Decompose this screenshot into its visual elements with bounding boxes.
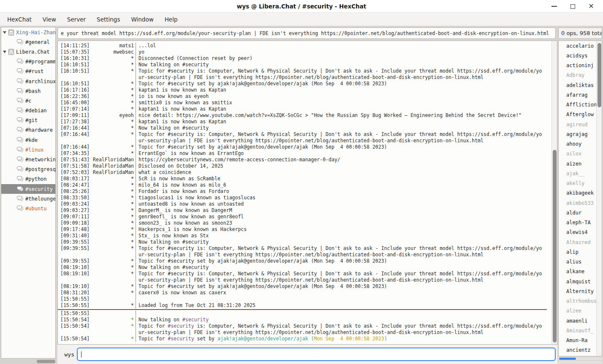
user-nick: afarrag (566, 92, 588, 98)
message-text: Topic for #security set by ajak!ajak@gen… (136, 258, 547, 264)
chat-row: [15:50:54]*Topic for #security set by aj… (58, 336, 547, 342)
message-nick: * (92, 207, 134, 214)
message-timestamp: [08:25:26] (58, 188, 92, 195)
user-row-accelario[interactable]: accelario (559, 41, 602, 51)
message-text: yo (136, 49, 547, 55)
message-nick: * (92, 62, 134, 68)
user-row-alewis4[interactable]: alewis4 (559, 228, 602, 237)
user-row-adbray[interactable]: Adbray (559, 71, 602, 80)
menu-server[interactable]: Server (62, 14, 91, 25)
close-button[interactable]: ✕ (582, 0, 600, 13)
message-timestamp: [07:52:03] (58, 169, 92, 176)
tree-hscroll-thumb[interactable] (37, 360, 55, 363)
sidebar-item-general[interactable]: #general (1, 37, 55, 47)
menu-view[interactable]: View (37, 14, 62, 25)
expander-icon[interactable] (3, 51, 6, 53)
user-nick: ajak__ (566, 171, 584, 177)
user-row-agireud[interactable]: agireud (559, 120, 602, 129)
chat-row: [15:07:35]mwebsecyo (58, 49, 547, 55)
message-input[interactable] (77, 348, 556, 361)
sidebar-item-git[interactable]: #git (1, 116, 55, 125)
sidebar-item-archlinux[interactable]: #archlinux (1, 76, 55, 86)
sidebar-item-c[interactable]: #c (1, 96, 55, 106)
user-row-aizen[interactable]: aizen (559, 159, 602, 168)
sidebar-item-xing-hai-zhang[interactable]: Xing-Hai-Zhang (1, 27, 55, 37)
message-text: Fordadr is now known as Fordaro (136, 188, 547, 195)
sidebar-item-postgresql[interactable]: #postgresql (1, 165, 55, 174)
user-row-alhazred[interactable]: Alhazred (559, 237, 602, 247)
chat-vscroll-thumb[interactable] (553, 150, 557, 342)
user-row-acidsys[interactable]: acidsys (559, 51, 602, 60)
user-row-altrhombus[interactable]: altrhombus (559, 296, 602, 306)
userlist-hscroll-thumb[interactable] (559, 358, 576, 360)
user-row-aldur[interactable]: aldur (559, 208, 602, 217)
user-row-afarrag[interactable]: afarrag (559, 90, 602, 100)
sidebar-item-bash[interactable]: #bash (1, 86, 55, 96)
message-timestamp: [15:50:54] (58, 323, 92, 329)
user-row-amun-ra[interactable]: Amun-Ra (559, 336, 602, 345)
user-row-akibageek[interactable]: akibageek (559, 188, 602, 198)
menu-settings[interactable]: Settings (91, 14, 125, 25)
user-row-alius[interactable]: alius (559, 257, 602, 267)
message-timestamp: [09:17:48] (58, 226, 92, 233)
user-row-alkane[interactable]: alkane (559, 267, 602, 277)
userlist-horizontal-scrollbar[interactable] (558, 357, 602, 360)
chat-row: [08:33:50]*tiagoslucas1 is now known as … (58, 195, 547, 201)
sidebar-item-linux[interactable]: #linux (1, 145, 55, 155)
message-text: Now talking on #security (136, 264, 547, 271)
sidebar-item-debian[interactable]: #debian (1, 106, 55, 116)
user-row-affliction[interactable]: Affliction (559, 100, 602, 110)
user-nick: Afterglow (566, 111, 594, 117)
menu-window[interactable]: Window (125, 14, 159, 25)
message-timestamp: [09:03:27] (58, 207, 92, 214)
chat-row: [17:07:14]*kaptan1 is now known as Kapta… (58, 106, 547, 112)
chat-row: [09:31:40]*Stx_ is now known as Stx (58, 233, 547, 239)
user-row-ailox[interactable]: ailox (559, 149, 602, 159)
chat-log: [14:11:25]mats1...lol[15:07:35]mwebsecyo… (58, 43, 547, 342)
chat-row: ur-security-plan | FDE isn't everything … (58, 329, 547, 336)
userlist-vertical-scrollbar[interactable] (596, 41, 602, 356)
user-row-alip[interactable]: alip (559, 247, 602, 257)
user-row-actioninj[interactable]: actioninj (559, 61, 602, 71)
user-row-afterglow[interactable]: Afterglow (559, 110, 602, 120)
user-row-akelly[interactable]: akelly (559, 179, 602, 188)
user-row-adeliktas[interactable]: adeliktas (559, 80, 602, 90)
minimize-button[interactable] (545, 0, 563, 13)
message-timestamp: [09:31:40] (58, 233, 92, 239)
user-row-alternity[interactable]: Alternity (559, 286, 602, 296)
expander-icon[interactable] (3, 31, 6, 34)
user-row-ajak__[interactable]: ajak__ (559, 168, 602, 178)
sidebar-item-kde[interactable]: #kde (1, 135, 55, 145)
menu-help[interactable]: Help (159, 14, 183, 25)
sidebar-item-ubuntu[interactable]: #ubuntu (1, 204, 55, 213)
user-row-ancientz[interactable]: ancientz (559, 345, 602, 355)
chat-vertical-scrollbar[interactable] (551, 41, 557, 344)
user-row-agrajag[interactable]: agrajag (559, 129, 602, 139)
user-nick: Aminautf_ (566, 328, 594, 334)
message-text: Now talking on #security (136, 317, 547, 323)
sidebar-item-programming[interactable]: ##programming (1, 57, 55, 67)
menu-hexchat[interactable]: HexChat (2, 14, 37, 25)
user-row-ahooy[interactable]: ahooy (559, 139, 602, 149)
sidebar-item-python[interactable]: #python (1, 174, 55, 184)
sidebar-item-security[interactable]: #security (1, 184, 55, 194)
sidebar-item-hardware[interactable]: #hardware (1, 125, 55, 135)
user-row-aleph-ta[interactable]: aleph-TA (559, 218, 602, 228)
topic-bar[interactable]: e your threat model https://ssd.eff.org/… (57, 27, 556, 39)
tree-horizontal-scrollbar[interactable] (0, 359, 55, 364)
userlist-vscroll-thumb[interactable] (598, 43, 601, 107)
user-row-alzee[interactable]: alzee (559, 306, 602, 316)
user-row-akimbo533[interactable]: akimbo533 (559, 198, 602, 208)
maximize-button[interactable] (563, 0, 582, 13)
channel-icon (16, 137, 24, 143)
sidebar-item-thelounge[interactable]: #thelounge (1, 194, 55, 204)
user-row-amaenli[interactable]: amaenli (559, 316, 602, 326)
user-row-almquist[interactable]: almquist (559, 277, 602, 286)
user-row-aminautf_[interactable]: Aminautf_ (559, 326, 602, 335)
sidebar-item-libera.chat[interactable]: Libera.Chat (1, 47, 55, 57)
message-timestamp: [16:10:51] (58, 62, 92, 68)
user-nick: acidsys (566, 53, 588, 59)
sidebar-item-networking[interactable]: #networking (1, 155, 55, 164)
sidebar-item-rust[interactable]: ##rust (1, 67, 55, 76)
message-nick: * (92, 87, 134, 93)
